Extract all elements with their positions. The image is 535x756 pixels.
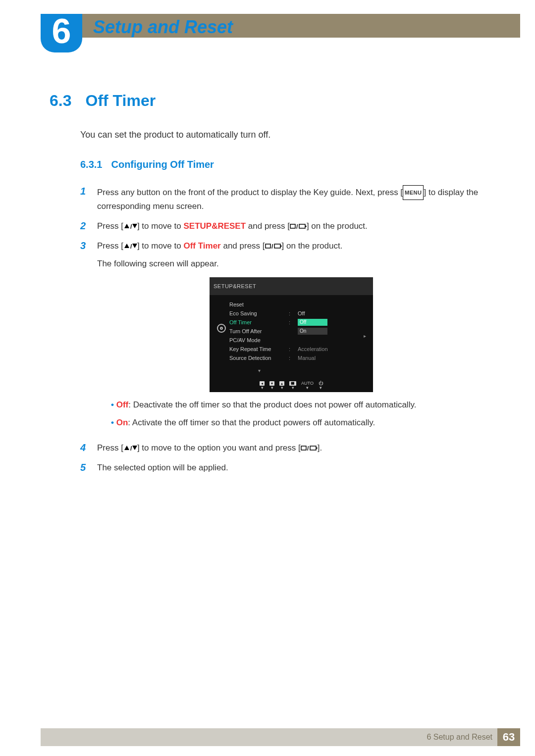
page-content: 6.3 Off Timer You can set the product to… [50, 92, 485, 481]
chapter-title: Setup and Reset [93, 17, 233, 38]
svg-rect-3 [290, 224, 295, 228]
keyword: SETUP&RESET [183, 221, 246, 231]
option-text: : Deactivate the off timer so that the p… [128, 400, 416, 409]
option-on: On: Activate the off timer so that the p… [111, 417, 485, 429]
menu-button-icon: MENU [403, 185, 424, 200]
text: Press [ [97, 221, 123, 231]
osd-title: SETUP&RESET [210, 277, 373, 295]
svg-rect-5 [299, 224, 305, 228]
option-label: Off [116, 400, 129, 409]
footer-page-number: 63 [497, 728, 520, 746]
osd-menu-labels: Reset Eco Saving Off Timer Turn Off Afte… [229, 300, 289, 377]
osd-screenshot: SETUP&RESET Reset Eco Saving Off Timer T… [210, 277, 373, 392]
chapter-number-badge: 6 [41, 14, 82, 52]
step-number: 5 [80, 461, 89, 474]
subsection-number: 6.3.1 [80, 159, 102, 170]
text: and press [ [221, 241, 265, 251]
text: Press any button on the front of the pro… [97, 188, 403, 197]
step-text: Press any button on the front of the pro… [97, 185, 485, 213]
section-number: 6.3 [50, 92, 71, 110]
svg-text:/: / [307, 445, 309, 452]
chevron-down-icon: ▾ [229, 364, 289, 377]
step-3: 3 Press [/] to move to Off Timer and pre… [80, 240, 485, 435]
text: Press [ [97, 443, 123, 453]
svg-marker-14 [124, 446, 129, 450]
section-header: 6.3 Off Timer [50, 92, 485, 110]
svg-marker-2 [132, 224, 137, 228]
step-number: 4 [80, 442, 89, 454]
step-number: 1 [80, 185, 89, 213]
step-5: 5 The selected option will be applied. [80, 461, 485, 474]
step-text: Press [/] to move to SETUP&RESET and pre… [97, 220, 485, 233]
svg-marker-9 [132, 244, 137, 248]
osd-item-srcdet: Source Detection [229, 353, 289, 362]
subsection-header: 6.3.1 Configuring Off Timer [80, 159, 485, 170]
option-off: Off: Deactivate the off timer so that th… [111, 399, 485, 411]
section-title: Off Timer [85, 92, 156, 110]
svg-marker-0 [124, 224, 129, 228]
footer-chapter-label: 6 Setup and Reset [427, 733, 492, 742]
text: ] on the product. [307, 221, 368, 231]
text: ] on the product. [282, 241, 343, 251]
source-enter-icon: / [301, 445, 318, 452]
text: ]. [318, 443, 322, 453]
text: ] to move to [137, 241, 184, 251]
svg-text:/: / [130, 445, 132, 452]
svg-marker-7 [124, 244, 129, 248]
step-2: 2 Press [/] to move to SETUP&RESET and p… [80, 220, 485, 233]
step-text: Press [/] to move to Off Timer and press… [97, 240, 485, 435]
step-text: The selected option will be applied. [97, 461, 485, 474]
source-enter-icon: / [290, 223, 307, 230]
text: ] to move to [137, 221, 184, 231]
text: Press [ [97, 241, 123, 251]
text: and press [ [246, 221, 290, 231]
osd-value-eco: Off [298, 309, 369, 318]
svg-text:/: / [296, 223, 298, 230]
chevron-right-icon: ▸ [364, 330, 366, 343]
svg-rect-19 [310, 446, 316, 450]
options-list: Off: Deactivate the off timer so that th… [111, 399, 485, 429]
svg-text:/: / [130, 223, 132, 230]
svg-rect-12 [274, 244, 280, 248]
svg-rect-10 [266, 244, 270, 248]
step-text: Press [/] to move to the option you want… [97, 442, 485, 454]
up-down-arrow-icon: / [123, 223, 137, 230]
source-enter-icon: / [265, 243, 282, 250]
up-down-arrow-icon: / [123, 445, 137, 452]
steps-list: 1 Press any button on the front of the p… [80, 185, 485, 474]
option-label: On [116, 418, 128, 427]
svg-marker-16 [132, 446, 137, 450]
keyword: Off Timer [183, 241, 220, 251]
gear-icon [217, 324, 226, 333]
osd-value-srcdet: Manual [298, 353, 369, 362]
step-number: 2 [80, 220, 89, 233]
step-note: The following screen will appear. [97, 257, 485, 270]
svg-text:/: / [271, 243, 273, 250]
section-lead: You can set the product to automatically… [80, 130, 485, 140]
up-down-arrow-icon: / [123, 243, 137, 250]
step-number: 3 [80, 240, 89, 435]
osd-option-on: On [298, 328, 327, 335]
subsection-title: Configuring Off Timer [111, 159, 214, 170]
option-text: : Activate the off timer so that the pro… [128, 418, 375, 427]
step-4: 4 Press [/] to move to the option you wa… [80, 442, 485, 454]
osd-menu-values: Off Off On Acceleration Manual ▸ [298, 300, 369, 377]
step-1: 1 Press any button on the front of the p… [80, 185, 485, 213]
osd-footer-bar: ◂▾ ▾▾ ▴▾ ⯀▾ AUTO▾ ⏻▾ [210, 381, 373, 390]
text: ] to move to the option you want and pre… [137, 443, 301, 453]
svg-rect-17 [301, 446, 306, 450]
osd-option-off: Off [298, 319, 327, 326]
page-footer: 6 Setup and Reset 63 [41, 728, 520, 746]
svg-text:/: / [130, 243, 132, 250]
